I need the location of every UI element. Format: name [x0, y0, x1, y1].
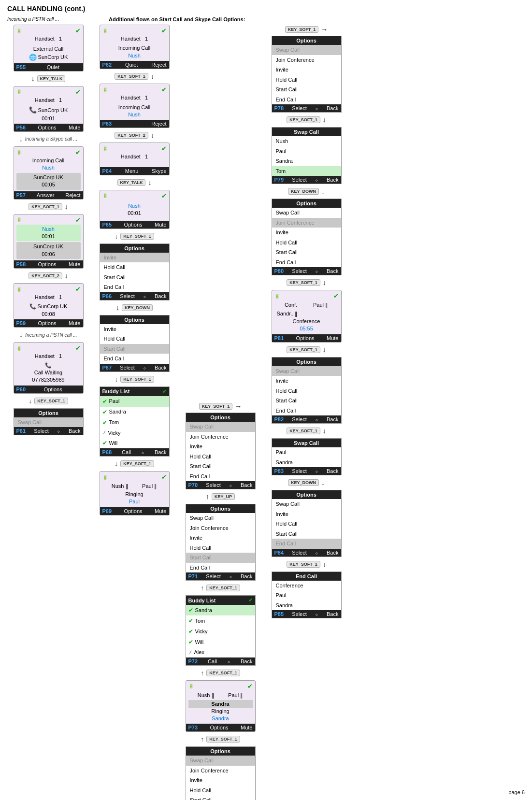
p64-menu[interactable]: Menu	[125, 168, 139, 174]
p67-start-call[interactable]: Start Call	[100, 344, 169, 354]
p72-alex[interactable]: ✗ Alex	[186, 647, 255, 657]
p62-quiet[interactable]: Quiet	[125, 62, 138, 68]
p65-options[interactable]: Options	[124, 222, 143, 228]
key-soft-1-btn-1[interactable]: KEY_SOFT_1	[29, 203, 62, 210]
p59-options[interactable]: Options	[38, 320, 57, 326]
p68-sandra[interactable]: ✔ Sandra	[100, 407, 169, 417]
p69-options[interactable]: Options	[124, 508, 143, 514]
p83-paul[interactable]: Paul	[272, 447, 341, 457]
p84-start-call[interactable]: Start Call	[272, 529, 341, 539]
key-up-p70[interactable]: KEY_UP	[212, 493, 235, 500]
p70-end-call[interactable]: End Call	[186, 471, 255, 482]
p78-swap-call[interactable]: Swap Call	[272, 45, 341, 55]
key-soft-1-p65[interactable]: KEY_SOFT_1	[120, 233, 154, 240]
p61-back[interactable]: Back	[69, 428, 80, 434]
p71-join-conf[interactable]: Join Conference	[186, 523, 255, 533]
key-soft-1-p84[interactable]: KEY_SOFT_1	[287, 561, 320, 568]
p71-swap-call[interactable]: Swap Call	[186, 513, 255, 523]
key-down-p79[interactable]: KEY_DOWN	[288, 188, 319, 195]
p57-reject[interactable]: Reject	[65, 192, 80, 198]
key-soft-1-p80[interactable]: KEY_SOFT_1	[287, 279, 320, 286]
p70-hold-call[interactable]: Hold Call	[186, 452, 255, 462]
p66-end-call[interactable]: End Call	[100, 282, 169, 292]
p79-paul[interactable]: Paul	[272, 146, 341, 157]
p72-call[interactable]: Call	[208, 658, 217, 664]
p83-back[interactable]: Back	[327, 468, 338, 474]
p85-conference[interactable]: Conference	[272, 581, 341, 591]
p79-tom[interactable]: Tom	[272, 166, 341, 176]
key-soft-1-p69[interactable]: KEY_SOFT_1	[199, 403, 233, 410]
p82-invite[interactable]: Invite	[272, 376, 341, 386]
key-soft-2-p63[interactable]: KEY_SOFT_2	[115, 132, 148, 139]
p72-vicky[interactable]: ✔ Vicky	[186, 626, 255, 637]
key-soft-1-p73[interactable]: KEY_SOFT_1	[206, 736, 240, 743]
p67-invite[interactable]: Invite	[100, 324, 169, 334]
p79-back[interactable]: Back	[327, 177, 338, 183]
p68-vicky[interactable]: ✗ Vicky	[100, 428, 169, 438]
p57-answer[interactable]: Answer	[37, 192, 55, 198]
p68-paul[interactable]: ✔ Paul	[100, 396, 169, 407]
p62-reject[interactable]: Reject	[151, 62, 166, 68]
key-talk-btn-1[interactable]: KEY_TALK	[37, 75, 66, 82]
key-soft-1-btn-2[interactable]: KEY_SOFT_1	[34, 398, 68, 404]
key-soft-1-p78[interactable]: KEY_SOFT_1	[287, 116, 320, 123]
p71-end-call[interactable]: End Call	[186, 563, 255, 573]
p74-invite[interactable]: Invite	[186, 775, 255, 786]
p79-sandra[interactable]: Sandra	[272, 156, 341, 166]
p84-end-call[interactable]: End Call	[272, 539, 341, 549]
p82-swap-call[interactable]: Swap Call	[272, 366, 341, 376]
p82-select[interactable]: Select	[292, 416, 307, 422]
p84-select[interactable]: Select	[292, 550, 307, 556]
p78-select[interactable]: Select	[292, 105, 307, 111]
p74-join-conf[interactable]: Join Conference	[186, 766, 255, 776]
key-soft-2-btn-1[interactable]: KEY_SOFT_2	[29, 272, 62, 279]
p66-invite[interactable]: Invite	[100, 253, 169, 263]
key-soft-1-p67[interactable]: KEY_SOFT_1	[120, 376, 154, 383]
p79-select[interactable]: Select	[292, 177, 307, 183]
p61-select[interactable]: Select	[34, 428, 49, 434]
key-soft-1-p81[interactable]: KEY_SOFT_1	[287, 346, 320, 353]
p66-back[interactable]: Back	[155, 293, 166, 299]
p56-mute[interactable]: Mute	[69, 125, 80, 130]
p83-select[interactable]: Select	[292, 468, 307, 474]
p84-hold-call[interactable]: Hold Call	[272, 519, 341, 529]
p74-swap-call[interactable]: Swap Call	[186, 756, 255, 766]
p81-options[interactable]: Options	[296, 335, 315, 341]
p80-hold-call[interactable]: Hold Call	[272, 238, 341, 248]
p70-join-conf[interactable]: Join Conference	[186, 432, 255, 442]
p70-back[interactable]: Back	[241, 482, 252, 488]
p82-end-call[interactable]: End Call	[272, 406, 341, 416]
key-soft-1-p77[interactable]: KEY_SOFT_1	[285, 26, 319, 33]
key-soft-1-p68[interactable]: KEY_SOFT_1	[120, 460, 154, 467]
p83-sandra[interactable]: Sandra	[272, 457, 341, 468]
p66-hold-call[interactable]: Hold Call	[100, 262, 169, 272]
key-talk-p64[interactable]: KEY_TALK	[117, 179, 146, 186]
p80-end-call[interactable]: End Call	[272, 257, 341, 268]
key-down-p66[interactable]: KEY_DOWN	[122, 304, 153, 311]
p81-mute[interactable]: Mute	[327, 335, 338, 341]
p78-join-conf[interactable]: Join Conference	[272, 55, 341, 65]
p74-hold-call[interactable]: Hold Call	[186, 786, 255, 796]
p58-options[interactable]: Options	[38, 261, 57, 267]
p67-select[interactable]: Select	[120, 365, 135, 371]
p67-hold-call[interactable]: Hold Call	[100, 334, 169, 344]
p71-invite[interactable]: Invite	[186, 533, 255, 543]
p67-back[interactable]: Back	[155, 365, 166, 371]
p70-start-call[interactable]: Start Call	[186, 461, 255, 471]
p72-will[interactable]: ✔ Will	[186, 637, 255, 647]
p64-skype[interactable]: Skype	[152, 168, 167, 174]
p84-swap-call[interactable]: Swap Call	[272, 499, 341, 509]
key-soft-1-p71[interactable]: KEY_SOFT_1	[206, 585, 240, 591]
p82-hold-call[interactable]: Hold Call	[272, 386, 341, 396]
p84-back[interactable]: Back	[327, 550, 338, 556]
p55-quiet[interactable]: Quiet	[47, 64, 59, 70]
p70-swap-call[interactable]: Swap Call	[186, 422, 255, 432]
p70-invite[interactable]: Invite	[186, 442, 255, 452]
p82-back[interactable]: Back	[327, 416, 338, 422]
p66-start-call[interactable]: Start Call	[100, 272, 169, 283]
p71-select[interactable]: Select	[206, 573, 221, 579]
p68-back[interactable]: Back	[155, 449, 166, 455]
p80-select[interactable]: Select	[292, 268, 307, 274]
p68-tom[interactable]: ✔ Tom	[100, 417, 169, 428]
p78-start-call[interactable]: Start Call	[272, 85, 341, 95]
